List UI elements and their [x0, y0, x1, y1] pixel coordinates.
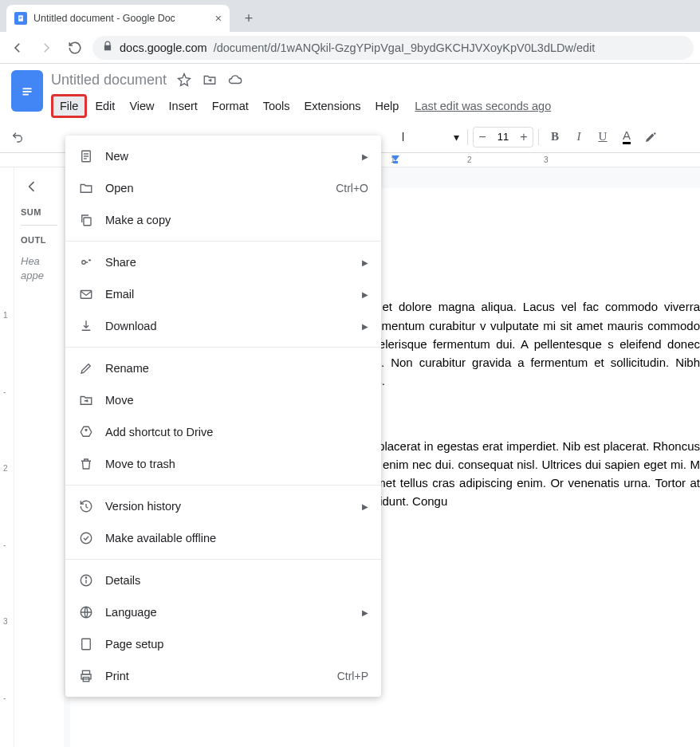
menu-extensions[interactable]: Extensions [298, 96, 368, 116]
outline-collapse-button[interactable] [21, 175, 43, 198]
submenu-arrow-icon: ▶ [362, 258, 368, 267]
tab-title: Untitled document - Google Doc [33, 13, 209, 24]
vertical-ruler[interactable]: 1 - 2 - 3 - 4 [0, 167, 14, 747]
file-menu-rename[interactable]: Rename [65, 352, 381, 384]
menu-item-label: Make a copy [105, 214, 368, 226]
font-size-increase[interactable]: + [515, 130, 533, 144]
back-button[interactable] [6, 37, 29, 59]
svg-point-13 [82, 261, 86, 265]
move-icon [78, 392, 94, 408]
file-menu-add-shortcut-to-drive[interactable]: Add shortcut to Drive [65, 416, 381, 448]
menu-file[interactable]: File [51, 94, 87, 118]
menu-item-label: Version history [105, 500, 351, 513]
menu-item-label: Open [105, 182, 324, 195]
star-icon[interactable] [176, 72, 192, 88]
submenu-arrow-icon: ▶ [362, 290, 368, 299]
file-menu-new[interactable]: New▶ [65, 140, 381, 172]
file-menu-move-to-trash[interactable]: Move to trash [65, 448, 381, 480]
file-menu-details[interactable]: Details [65, 564, 381, 596]
url-path: /document/d/1wANQkil-GzgYPipVgaI_9bydGKC… [214, 41, 596, 54]
new-tab-button[interactable]: + [238, 7, 260, 29]
docs-favicon [14, 12, 27, 25]
trash-icon [78, 456, 94, 472]
offline-icon [78, 530, 94, 546]
svg-point-18 [85, 577, 86, 578]
menu-item-label: Add shortcut to Drive [105, 426, 368, 438]
cloud-status-icon[interactable] [227, 72, 243, 88]
last-edit-link[interactable]: Last edit was seconds ago [415, 100, 551, 112]
menu-item-label: Page setup [105, 638, 368, 651]
highlight-button[interactable] [639, 126, 662, 148]
bold-button[interactable]: B [544, 126, 566, 148]
undo-button[interactable] [6, 126, 29, 148]
forward-button[interactable] [35, 37, 57, 59]
file-menu-open[interactable]: OpenCtrl+O [65, 172, 381, 204]
file-menu-print[interactable]: PrintCtrl+P [65, 660, 381, 692]
url-field[interactable]: docs.google.com/document/d/1wANQkil-GzgY… [92, 36, 694, 60]
file-menu-share[interactable]: Share▶ [65, 246, 381, 278]
file-menu-version-history[interactable]: Version history▶ [65, 490, 381, 522]
italic-button[interactable]: I [568, 126, 590, 148]
browser-tab[interactable]: Untitled document - Google Doc × [6, 5, 230, 32]
svg-rect-20 [82, 639, 91, 650]
svg-rect-0 [18, 15, 23, 22]
folder-icon [78, 180, 94, 196]
svg-point-15 [81, 533, 92, 544]
menu-item-label: Make available offline [105, 532, 368, 545]
lock-icon [102, 41, 113, 54]
drive-shortcut-icon [78, 424, 94, 440]
font-size-value[interactable]: 11 [491, 131, 515, 143]
file-menu-language[interactable]: Language▶ [65, 596, 381, 628]
menu-shortcut: Ctrl+O [336, 182, 368, 195]
font-size-decrease[interactable]: − [474, 130, 491, 144]
move-folder-icon[interactable] [202, 72, 218, 88]
share-icon [78, 254, 94, 270]
menu-separator [65, 559, 381, 560]
font-size-control: − 11 + [473, 127, 533, 147]
url-host: docs.google.com [120, 41, 207, 54]
menu-item-label: Language [105, 606, 351, 619]
menu-help[interactable]: Help [369, 96, 406, 116]
svg-rect-6 [23, 94, 29, 96]
submenu-arrow-icon: ▶ [362, 322, 368, 331]
menu-separator [65, 347, 381, 348]
svg-rect-5 [23, 91, 32, 92]
menubar: File Edit View Insert Format Tools Exten… [51, 94, 689, 118]
browser-tab-strip: Untitled document - Google Doc × + [0, 0, 700, 32]
info-icon [78, 572, 94, 588]
tab-close-icon[interactable]: × [215, 12, 222, 25]
file-menu-make-a-copy[interactable]: Make a copy [65, 204, 381, 236]
file-menu-download[interactable]: Download▶ [65, 310, 381, 342]
docs-logo[interactable] [11, 70, 43, 112]
svg-rect-2 [19, 18, 22, 18]
file-menu-move[interactable]: Move [65, 384, 381, 416]
file-menu-dropdown: New▶OpenCtrl+OMake a copyShare▶Email▶Dow… [65, 136, 381, 697]
file-menu-page-setup[interactable]: Page setup [65, 628, 381, 660]
file-menu-email[interactable]: Email▶ [65, 278, 381, 310]
download-icon [78, 318, 94, 334]
menu-edit[interactable]: Edit [88, 96, 121, 116]
menu-separator [65, 241, 381, 242]
menu-format[interactable]: Format [206, 96, 255, 116]
copy-icon [78, 212, 94, 228]
file-menu-make-available-offline[interactable]: Make available offline [65, 522, 381, 554]
menu-item-label: Download [105, 320, 351, 332]
outline-heading: OUTL [21, 235, 57, 245]
indent-marker-icon[interactable] [391, 155, 400, 164]
document-title[interactable]: Untitled document [51, 72, 167, 88]
style-selector[interactable]: l▾ [399, 131, 462, 144]
underline-button[interactable]: U [592, 126, 614, 148]
svg-rect-12 [84, 218, 91, 226]
menu-insert[interactable]: Insert [163, 96, 204, 116]
menu-tools[interactable]: Tools [257, 96, 297, 116]
menu-item-label: Rename [105, 362, 368, 375]
print-icon [78, 668, 94, 684]
menu-item-label: Move to trash [105, 458, 368, 470]
text-color-button[interactable]: A [615, 126, 638, 148]
reload-button[interactable] [64, 37, 86, 59]
svg-rect-1 [19, 17, 22, 18]
globe-icon [78, 604, 94, 620]
menu-view[interactable]: View [123, 96, 160, 116]
address-bar: docs.google.com/document/d/1wANQkil-GzgY… [0, 32, 700, 64]
svg-rect-3 [19, 18, 21, 19]
